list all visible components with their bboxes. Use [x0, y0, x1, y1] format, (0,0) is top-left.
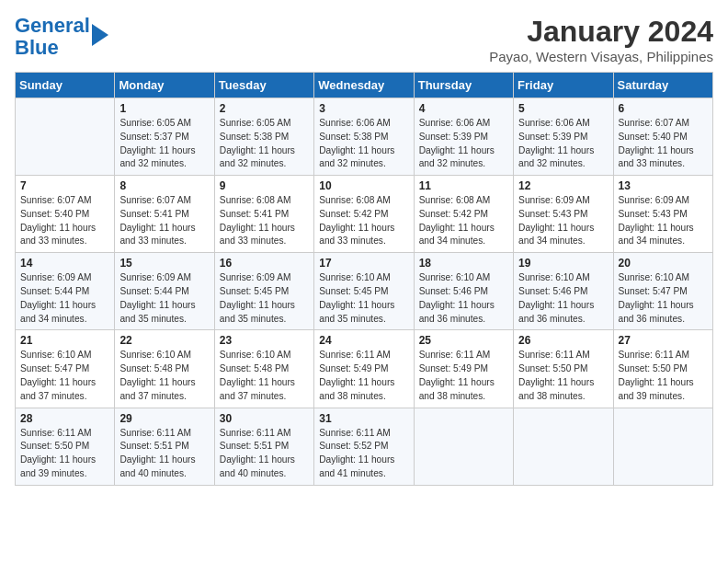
calendar-cell: 27Sunrise: 6:11 AM Sunset: 5:50 PM Dayli…: [613, 330, 712, 408]
day-number: 21: [20, 334, 109, 347]
day-header-sunday: Sunday: [16, 73, 115, 98]
day-info: Sunrise: 6:07 AM Sunset: 5:40 PM Dayligh…: [619, 117, 708, 171]
calendar-cell: [16, 98, 115, 176]
day-number: 19: [518, 257, 608, 270]
day-info: Sunrise: 6:09 AM Sunset: 5:43 PM Dayligh…: [518, 194, 608, 248]
day-info: Sunrise: 6:11 AM Sunset: 5:49 PM Dayligh…: [319, 349, 408, 403]
day-info: Sunrise: 6:05 AM Sunset: 5:37 PM Dayligh…: [119, 117, 209, 171]
logo-line2: Blue: [15, 36, 59, 59]
calendar-cell: 18Sunrise: 6:10 AM Sunset: 5:46 PM Dayli…: [414, 253, 513, 330]
month-title: January 2024: [489, 15, 713, 49]
day-info: Sunrise: 6:06 AM Sunset: 5:39 PM Dayligh…: [419, 117, 508, 171]
day-number: 28: [20, 412, 109, 425]
calendar-cell: 11Sunrise: 6:08 AM Sunset: 5:42 PM Dayli…: [414, 176, 513, 253]
calendar-cell: 15Sunrise: 6:09 AM Sunset: 5:44 PM Dayli…: [115, 253, 214, 330]
calendar-week-1: 1Sunrise: 6:05 AM Sunset: 5:37 PM Daylig…: [16, 98, 713, 176]
calendar-cell: 7Sunrise: 6:07 AM Sunset: 5:40 PM Daylig…: [16, 176, 115, 253]
logo: General Blue: [15, 15, 108, 59]
calendar-cell: 22Sunrise: 6:10 AM Sunset: 5:48 PM Dayli…: [115, 330, 214, 408]
day-number: 16: [220, 257, 309, 270]
day-header-saturday: Saturday: [613, 73, 712, 98]
calendar-cell: 24Sunrise: 6:11 AM Sunset: 5:49 PM Dayli…: [314, 330, 414, 408]
day-info: Sunrise: 6:08 AM Sunset: 5:41 PM Dayligh…: [220, 194, 309, 248]
calendar-cell: 5Sunrise: 6:06 AM Sunset: 5:39 PM Daylig…: [514, 98, 613, 176]
day-info: Sunrise: 6:11 AM Sunset: 5:50 PM Dayligh…: [619, 349, 708, 403]
day-number: 8: [119, 179, 209, 192]
calendar-cell: 8Sunrise: 6:07 AM Sunset: 5:41 PM Daylig…: [115, 176, 214, 253]
day-info: Sunrise: 6:11 AM Sunset: 5:49 PM Dayligh…: [419, 349, 508, 403]
day-info: Sunrise: 6:07 AM Sunset: 5:40 PM Dayligh…: [20, 194, 109, 248]
day-info: Sunrise: 6:06 AM Sunset: 5:38 PM Dayligh…: [319, 117, 408, 171]
day-number: 26: [518, 334, 608, 347]
day-info: Sunrise: 6:11 AM Sunset: 5:51 PM Dayligh…: [220, 427, 309, 481]
day-info: Sunrise: 6:07 AM Sunset: 5:41 PM Dayligh…: [119, 194, 209, 248]
day-info: Sunrise: 6:10 AM Sunset: 5:48 PM Dayligh…: [119, 349, 209, 403]
day-header-friday: Friday: [514, 73, 613, 98]
day-number: 4: [419, 102, 508, 115]
calendar-cell: 23Sunrise: 6:10 AM Sunset: 5:48 PM Dayli…: [214, 330, 313, 408]
day-info: Sunrise: 6:10 AM Sunset: 5:48 PM Dayligh…: [220, 349, 309, 403]
calendar-cell: 3Sunrise: 6:06 AM Sunset: 5:38 PM Daylig…: [314, 98, 414, 176]
calendar-cell: [414, 408, 513, 485]
day-number: 20: [619, 257, 708, 270]
day-number: 14: [20, 257, 109, 270]
day-info: Sunrise: 6:08 AM Sunset: 5:42 PM Dayligh…: [319, 194, 408, 248]
calendar-cell: 21Sunrise: 6:10 AM Sunset: 5:47 PM Dayli…: [16, 330, 115, 408]
day-number: 22: [119, 334, 209, 347]
day-info: Sunrise: 6:10 AM Sunset: 5:46 PM Dayligh…: [419, 271, 508, 326]
day-info: Sunrise: 6:09 AM Sunset: 5:43 PM Dayligh…: [619, 194, 708, 248]
location-subtitle: Payao, Western Visayas, Philippines: [489, 49, 713, 64]
calendar-week-2: 7Sunrise: 6:07 AM Sunset: 5:40 PM Daylig…: [16, 176, 713, 253]
day-number: 25: [419, 334, 508, 347]
calendar-cell: 19Sunrise: 6:10 AM Sunset: 5:46 PM Dayli…: [514, 253, 613, 330]
day-info: Sunrise: 6:08 AM Sunset: 5:42 PM Dayligh…: [419, 194, 508, 248]
day-number: 7: [20, 179, 109, 192]
calendar-header-row: SundayMondayTuesdayWednesdayThursdayFrid…: [16, 73, 713, 98]
calendar-cell: 9Sunrise: 6:08 AM Sunset: 5:41 PM Daylig…: [214, 176, 313, 253]
calendar-cell: 31Sunrise: 6:11 AM Sunset: 5:52 PM Dayli…: [314, 408, 414, 485]
calendar-cell: 13Sunrise: 6:09 AM Sunset: 5:43 PM Dayli…: [613, 176, 712, 253]
day-header-wednesday: Wednesday: [314, 73, 414, 98]
day-number: 24: [319, 334, 408, 347]
calendar-cell: 25Sunrise: 6:11 AM Sunset: 5:49 PM Dayli…: [414, 330, 513, 408]
day-info: Sunrise: 6:10 AM Sunset: 5:47 PM Dayligh…: [20, 349, 109, 403]
day-number: 11: [419, 179, 508, 192]
calendar-cell: 2Sunrise: 6:05 AM Sunset: 5:38 PM Daylig…: [214, 98, 313, 176]
day-header-monday: Monday: [115, 73, 214, 98]
calendar-cell: [613, 408, 712, 485]
day-info: Sunrise: 6:10 AM Sunset: 5:47 PM Dayligh…: [619, 271, 708, 326]
calendar-cell: 17Sunrise: 6:10 AM Sunset: 5:45 PM Dayli…: [314, 253, 414, 330]
day-number: 5: [518, 102, 608, 115]
calendar-cell: [514, 408, 613, 485]
day-number: 13: [619, 179, 708, 192]
day-info: Sunrise: 6:11 AM Sunset: 5:52 PM Dayligh…: [319, 427, 408, 481]
day-number: 30: [220, 412, 309, 425]
title-block: January 2024 Payao, Western Visayas, Phi…: [489, 15, 713, 64]
calendar-week-5: 28Sunrise: 6:11 AM Sunset: 5:50 PM Dayli…: [16, 408, 713, 485]
calendar-cell: 1Sunrise: 6:05 AM Sunset: 5:37 PM Daylig…: [115, 98, 214, 176]
logo-arrow-icon: [92, 24, 108, 46]
calendar-cell: 16Sunrise: 6:09 AM Sunset: 5:45 PM Dayli…: [214, 253, 313, 330]
day-info: Sunrise: 6:05 AM Sunset: 5:38 PM Dayligh…: [220, 117, 309, 171]
day-info: Sunrise: 6:09 AM Sunset: 5:44 PM Dayligh…: [119, 271, 209, 326]
day-number: 31: [319, 412, 408, 425]
day-number: 1: [119, 102, 209, 115]
page-header: General Blue January 2024 Payao, Western…: [15, 15, 713, 64]
day-number: 3: [319, 102, 408, 115]
logo-text: General Blue: [15, 15, 90, 59]
day-info: Sunrise: 6:11 AM Sunset: 5:51 PM Dayligh…: [119, 427, 209, 481]
calendar-cell: 10Sunrise: 6:08 AM Sunset: 5:42 PM Dayli…: [314, 176, 414, 253]
calendar-week-3: 14Sunrise: 6:09 AM Sunset: 5:44 PM Dayli…: [16, 253, 713, 330]
calendar-cell: 28Sunrise: 6:11 AM Sunset: 5:50 PM Dayli…: [16, 408, 115, 485]
day-number: 27: [619, 334, 708, 347]
calendar-cell: 26Sunrise: 6:11 AM Sunset: 5:50 PM Dayli…: [514, 330, 613, 408]
calendar-cell: 4Sunrise: 6:06 AM Sunset: 5:39 PM Daylig…: [414, 98, 513, 176]
day-number: 10: [319, 179, 408, 192]
calendar-week-4: 21Sunrise: 6:10 AM Sunset: 5:47 PM Dayli…: [16, 330, 713, 408]
calendar-cell: 6Sunrise: 6:07 AM Sunset: 5:40 PM Daylig…: [613, 98, 712, 176]
calendar-cell: 12Sunrise: 6:09 AM Sunset: 5:43 PM Dayli…: [514, 176, 613, 253]
day-number: 23: [220, 334, 309, 347]
calendar-cell: 14Sunrise: 6:09 AM Sunset: 5:44 PM Dayli…: [16, 253, 115, 330]
logo-line1: General: [15, 14, 90, 37]
day-header-thursday: Thursday: [414, 73, 513, 98]
